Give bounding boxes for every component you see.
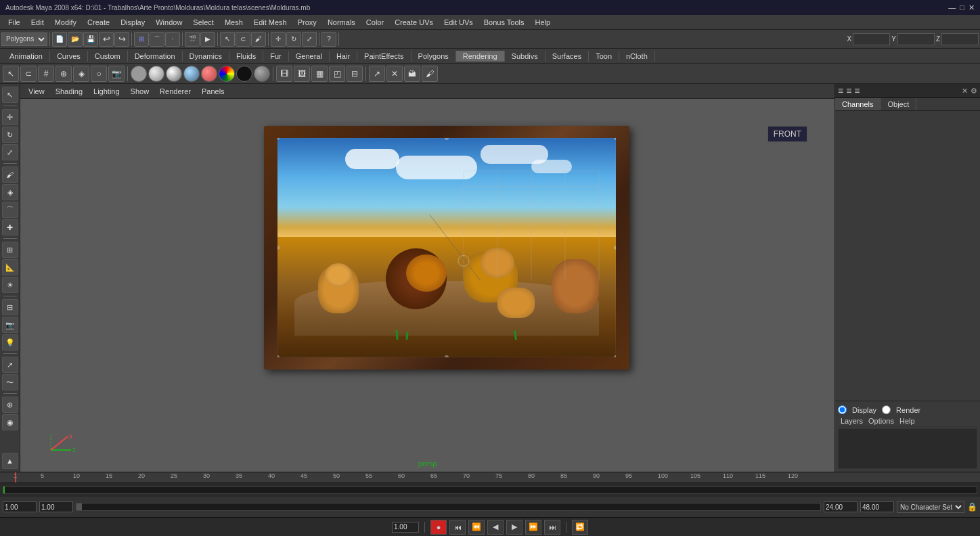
rp-icon1[interactable]: ≡ (838, 85, 843, 96)
tab-surfaces[interactable]: Surfaces (545, 51, 589, 62)
tab-curves[interactable]: Curves (50, 51, 88, 62)
tab-polygons[interactable]: Polygons (411, 51, 456, 62)
icon-render-seq[interactable]: ▦ (311, 66, 328, 82)
lt-insert[interactable]: ✚ (2, 219, 18, 236)
skip-start-btn[interactable]: ⏮ (449, 520, 466, 535)
help-link[interactable]: Help (899, 417, 915, 425)
vp-shading[interactable]: Shading (50, 86, 88, 97)
lt-xray[interactable]: ☀ (2, 277, 18, 293)
menu-create[interactable]: Create (82, 17, 115, 28)
icon-camera[interactable]: 📷 (108, 66, 125, 82)
tb-snap-grid[interactable]: ⊞ (134, 32, 149, 47)
tb-question[interactable]: ? (321, 32, 336, 47)
tab-general[interactable]: General (289, 51, 330, 62)
tab-fur[interactable]: Fur (263, 51, 289, 62)
icon-render-node[interactable]: ⊟ (347, 66, 363, 82)
tab-deformation[interactable]: Deformation (128, 51, 183, 62)
lt-fluid[interactable]: 〜 (2, 374, 18, 390)
lt-dynamics[interactable]: ↗ (2, 357, 18, 373)
scrollbar-thumb[interactable] (76, 504, 82, 510)
lt-camera[interactable]: 📷 (2, 317, 18, 333)
lock-icon[interactable]: 🔒 (967, 502, 977, 512)
menu-color[interactable]: Color (361, 17, 389, 28)
lt-layer[interactable]: ⊟ (2, 299, 18, 315)
menu-help[interactable]: Help (530, 17, 556, 28)
icon-sphere-gray[interactable] (254, 66, 270, 82)
menu-edit[interactable]: Edit (26, 17, 49, 28)
icon-sphere-shaded[interactable] (148, 66, 164, 82)
icon-select-arrow[interactable]: ↖ (3, 66, 19, 82)
tab-fluids[interactable]: Fluids (229, 51, 263, 62)
timeline-track[interactable] (3, 486, 977, 494)
menu-bonustools[interactable]: Bonus Tools (478, 17, 530, 28)
tab-ncloth[interactable]: nCloth (619, 51, 655, 62)
lt-scale[interactable]: ⤢ (2, 144, 18, 160)
tb-select-tool[interactable]: ↖ (220, 32, 235, 47)
tb-render[interactable]: 🎬 (185, 32, 200, 47)
lt-sculpt[interactable]: ◈ (2, 184, 18, 200)
icon-sphere-color[interactable] (201, 66, 217, 82)
lt-move[interactable]: ✛ (2, 109, 18, 125)
menu-normals[interactable]: Normals (322, 17, 361, 28)
tb-lasso[interactable]: ⊂ (236, 32, 250, 47)
tb-ipr[interactable]: ▶ (200, 32, 215, 47)
tb-undo[interactable]: ↩ (99, 32, 114, 47)
tab-animation[interactable]: Animation (3, 51, 50, 62)
object-tab[interactable]: Object (881, 98, 916, 110)
vp-lighting[interactable]: Lighting (88, 86, 125, 97)
lt-light[interactable]: 💡 (2, 334, 18, 351)
tab-toon[interactable]: Toon (589, 51, 619, 62)
start-frame-input[interactable] (39, 501, 73, 512)
total-frames-input[interactable] (860, 501, 894, 512)
vp-panels[interactable]: Panels (196, 86, 230, 97)
timeline-track-area[interactable] (3, 483, 977, 497)
menu-select[interactable]: Select (187, 17, 219, 28)
tb-scale[interactable]: ⤢ (302, 32, 317, 47)
icon-sphere-smooth[interactable] (166, 66, 182, 82)
tb-paint[interactable]: 🖌 (251, 32, 266, 47)
icon-sphere-texture[interactable] (183, 66, 200, 82)
icon-dynamics1[interactable]: ↗ (369, 66, 385, 82)
lt-curve[interactable]: ⌒ (2, 202, 18, 218)
rp-icon2[interactable]: ≡ (846, 85, 851, 96)
menu-edituvs[interactable]: Edit UVs (439, 17, 478, 28)
icon-film[interactable]: 🎞 (276, 66, 292, 82)
minimize-btn[interactable]: — (948, 3, 956, 12)
icon-lasso-select[interactable]: ⊂ (20, 66, 37, 82)
lt-measure[interactable]: 📐 (2, 259, 18, 275)
mode-select[interactable]: Polygons (1, 32, 47, 46)
icon-soft-select[interactable]: ◈ (73, 66, 89, 82)
icon-hypershade[interactable]: ◰ (329, 66, 345, 82)
tb-move[interactable]: ✛ (271, 32, 286, 47)
y-input[interactable] (897, 33, 935, 45)
lt-rotate[interactable]: ↻ (2, 127, 18, 143)
step-forward-btn[interactable]: ⏩ (525, 520, 541, 535)
lt-paint[interactable]: 🖌 (2, 166, 18, 183)
icon-sphere-flat[interactable] (131, 66, 147, 82)
icon-dynamics4[interactable]: 🖌 (422, 66, 438, 82)
tb-save[interactable]: 💾 (83, 32, 98, 47)
canvas-area[interactable]: FRONT persp z x (20, 99, 834, 472)
tab-painteffects[interactable]: PaintEffects (357, 51, 411, 62)
rp-close-icon[interactable]: ✕ (962, 87, 968, 95)
menu-createuvs[interactable]: Create UVs (389, 17, 439, 28)
render-radio[interactable] (882, 405, 891, 414)
end-frame-input[interactable] (824, 501, 858, 512)
loop-btn[interactable]: 🔁 (572, 520, 588, 535)
display-radio[interactable] (838, 405, 847, 414)
playback-frame-input[interactable] (392, 522, 419, 533)
vp-view[interactable]: View (23, 86, 50, 97)
menu-mesh[interactable]: Mesh (219, 17, 248, 28)
rp-settings-icon[interactable]: ⚙ (971, 87, 977, 95)
lt-select[interactable]: ↖ (2, 87, 18, 103)
tab-rendering[interactable]: Rendering (456, 51, 505, 62)
skip-end-btn[interactable]: ⏭ (544, 520, 560, 535)
icon-circle[interactable]: ○ (91, 66, 107, 82)
step-back-btn[interactable]: ◀ (487, 520, 504, 535)
maximize-btn[interactable]: □ (960, 3, 964, 12)
menu-editmesh[interactable]: Edit Mesh (248, 17, 292, 28)
tb-redo[interactable]: ↪ (114, 32, 129, 47)
icon-sphere-black[interactable] (236, 66, 252, 82)
icon-paint-select[interactable]: ⊕ (55, 66, 72, 82)
frame-range-select[interactable]: No Character Set (897, 501, 964, 513)
